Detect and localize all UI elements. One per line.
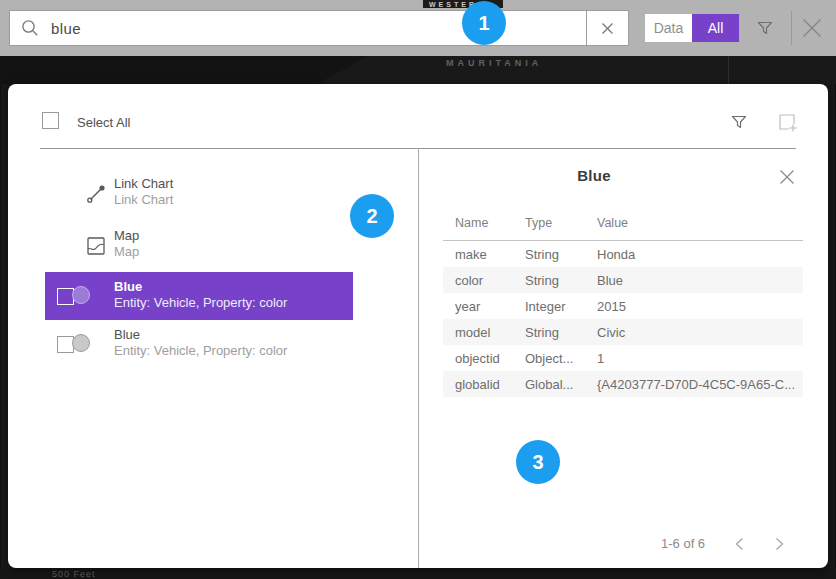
search-close-button[interactable] [799, 15, 825, 41]
close-x-icon [801, 17, 823, 39]
result-subtitle: Entity: Vehicle, Property: color [114, 295, 287, 311]
toolbar-filter-button[interactable] [752, 16, 778, 40]
result-title: Map [114, 228, 139, 244]
callout-2: 2 [350, 194, 394, 238]
table-row: make String Honda [443, 241, 803, 267]
column-header-value: Value [597, 216, 628, 230]
callout-1: 1 [462, 1, 506, 45]
link-chart-icon [84, 182, 108, 206]
add-to-selection-button[interactable] [774, 109, 800, 135]
result-item-blue[interactable]: Blue Entity: Vehicle, Property: color [45, 320, 353, 368]
map-ocean-shape [0, 56, 368, 84]
detail-close-button[interactable] [776, 166, 798, 188]
scope-toggle: Data All [645, 14, 739, 42]
map-icon [84, 234, 108, 258]
list-detail-divider [418, 148, 419, 568]
entity-circle-icon [72, 286, 90, 304]
cell-type: Integer [525, 299, 565, 314]
chevron-right-icon [775, 537, 784, 551]
close-x-icon [779, 169, 795, 185]
clear-x-icon [601, 22, 614, 35]
table-row: model String Civic [443, 319, 803, 345]
cell-name: globalid [455, 377, 500, 392]
pagination: 1-6 of 6 [443, 532, 803, 556]
add-selection-icon [775, 110, 799, 134]
column-header-name: Name [455, 216, 488, 230]
panel-filter-button[interactable] [726, 110, 752, 134]
app-window: MAURITANIA WESTER 500 Feet Data All [0, 0, 836, 579]
select-all-label: Select All [77, 115, 130, 130]
filter-funnel-icon [755, 18, 775, 38]
select-all-checkbox[interactable] [42, 112, 59, 129]
cell-value: Blue [597, 273, 623, 288]
attribute-table-header: Name Type Value [443, 214, 803, 238]
map-boundary-line [728, 56, 729, 84]
cell-type: Object... [525, 351, 573, 366]
cell-name: model [455, 325, 490, 340]
result-subtitle: Map [114, 244, 139, 260]
chevron-left-icon [735, 537, 744, 551]
cell-type: Global... [525, 377, 573, 392]
detail-title: Blue [419, 167, 769, 184]
result-title: Blue [114, 279, 287, 295]
result-item-map[interactable]: Map Map [8, 228, 418, 268]
cell-value: {A4203777-D70D-4C5C-9A65-C... [597, 377, 795, 392]
table-row: color String Blue [443, 267, 803, 293]
cell-name: objectid [455, 351, 500, 366]
result-item-blue-selected[interactable]: Blue Entity: Vehicle, Property: color [45, 272, 353, 320]
pagination-label: 1-6 of 6 [661, 536, 705, 551]
cell-value: Honda [597, 247, 635, 262]
map-bottom-strip [0, 568, 836, 579]
result-title: Link Chart [114, 176, 173, 192]
pagination-prev-button[interactable] [729, 534, 749, 554]
callout-3: 3 [516, 440, 560, 484]
scope-option-data[interactable]: Data [645, 14, 692, 42]
cell-type: String [525, 247, 559, 262]
cell-value: 1 [597, 351, 604, 366]
result-subtitle: Entity: Vehicle, Property: color [114, 343, 287, 359]
cell-type: String [525, 273, 559, 288]
result-subtitle: Link Chart [114, 192, 173, 208]
entity-circle-icon [72, 334, 90, 352]
pagination-next-button[interactable] [769, 534, 789, 554]
search-icon [21, 19, 39, 37]
results-panel: Select All Link Chart [8, 84, 828, 568]
map-scale-label: 500 Feet [52, 569, 96, 579]
filter-funnel-icon [729, 112, 749, 132]
cell-value: 2015 [597, 299, 626, 314]
search-bar[interactable] [9, 10, 629, 46]
search-toolbar: Data All [0, 0, 836, 56]
table-row: year Integer 2015 [443, 293, 803, 319]
attribute-table: Name Type Value make String Honda color … [443, 214, 803, 397]
result-title: Blue [114, 327, 287, 343]
cell-value: Civic [597, 325, 625, 340]
cell-name: year [455, 299, 480, 314]
cell-type: String [525, 325, 559, 340]
toolbar-divider [791, 11, 792, 45]
scope-option-all[interactable]: All [692, 14, 739, 42]
search-clear-button[interactable] [586, 11, 628, 45]
table-row: globalid Global... {A4203777-D70D-4C5C-9… [443, 371, 803, 397]
cell-name: make [455, 247, 487, 262]
map-label-mauritania: MAURITANIA [446, 58, 542, 68]
cell-name: color [455, 273, 483, 288]
table-row: objectid Object... 1 [443, 345, 803, 371]
column-header-type: Type [525, 216, 552, 230]
